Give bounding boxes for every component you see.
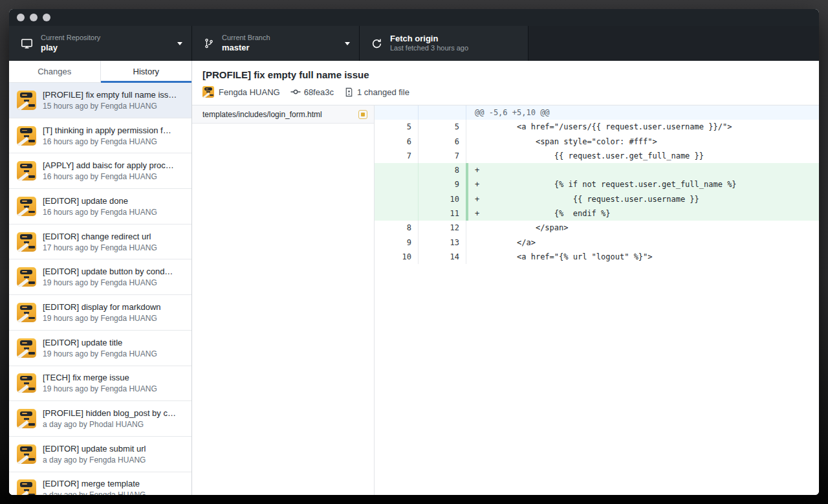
traffic-lights [17, 14, 50, 21]
commit-texts: [EDITOR] display for markdown19 hours ag… [43, 302, 161, 323]
commit-item-title: [TECH] fix merge issue [43, 373, 157, 382]
diff-old-line-number [375, 192, 419, 206]
diff-new-line-number: 9 [419, 177, 466, 192]
commit-item-title: [PROFILE] hidden blog_post by c… [43, 408, 176, 418]
commit-item[interactable]: [PROFILE] hidden blog_post by c…a day ag… [9, 401, 191, 437]
commit-texts: [EDITOR] update button by cond…19 hours … [43, 267, 173, 287]
commit-item[interactable]: [T] thinking in apply permission f…16 ho… [9, 118, 191, 154]
git-branch-icon [204, 38, 214, 49]
commit-item-title: [EDITOR] change redirect url [43, 232, 157, 241]
commit-history-list: [PROFILE] fix empty full name iss…15 hou… [9, 83, 191, 495]
commit-item[interactable]: [EDITOR] update title19 hours ago by Fen… [9, 331, 191, 366]
current-repository-button[interactable]: Current Repository play [9, 26, 192, 61]
diff-old-line-number [375, 177, 419, 192]
titlebar[interactable] [9, 9, 819, 26]
diff-old-line-number: 7 [375, 149, 419, 163]
commit-item-title: [EDITOR] update button by cond… [43, 267, 173, 276]
commit-item-title: [EDITOR] update submit url [43, 444, 146, 454]
avatar [202, 86, 214, 98]
commit-item-meta: 16 hours ago by Fengda HUANG [43, 137, 171, 146]
commit-texts: [APPLY] add baisc for apply proc…16 hour… [43, 160, 174, 181]
diff-row: 8+ [375, 163, 819, 177]
commit-texts: [EDITOR] update submit urla day ago by F… [43, 444, 146, 465]
content: Changes History [PROFILE] fix empty full… [9, 61, 819, 495]
commit-item[interactable]: [EDITOR] display for markdown19 hours ag… [9, 295, 191, 331]
diff-code: <a href="{% url "logout" %}"> [466, 250, 819, 264]
commit-item[interactable]: [EDITOR] merge templatea day ago by Feng… [9, 472, 191, 495]
app-window: Current Repository play Current Branch m… [9, 9, 819, 495]
commit-detail: templates/includes/login_form.html @@ -5… [192, 105, 819, 495]
commit-item[interactable]: [PROFILE] fix empty full name iss…15 hou… [9, 83, 191, 118]
tab-history[interactable]: History [100, 61, 192, 82]
close-button[interactable] [17, 14, 25, 21]
diff-new-line-number: 5 [419, 120, 466, 134]
modified-status-icon [358, 110, 367, 119]
diff-code: </a> [466, 236, 819, 250]
diff-row: 66 <span style="color: #fff"> [375, 135, 819, 149]
commit-item[interactable]: [EDITOR] update button by cond…19 hours … [9, 259, 191, 295]
monitor-icon [21, 38, 33, 50]
branch-name: master [222, 43, 270, 53]
diff-row: 913 </a> [375, 236, 819, 250]
commit-texts: [T] thinking in apply permission f…16 ho… [43, 126, 171, 146]
commit-item[interactable]: [TECH] fix merge issue19 hours ago by Fe… [9, 366, 191, 402]
fetch-title: Fetch origin [390, 34, 468, 44]
diff-new-line-number [419, 105, 466, 120]
avatar [17, 126, 36, 146]
diff-code: <span style="color: #fff"> [466, 135, 819, 149]
diff-new-line-number: 6 [419, 135, 466, 149]
diff-old-line-number: 5 [375, 120, 419, 134]
commit-item-meta: a day ago by Phodal HUANG [43, 420, 176, 429]
commit-item-title: [PROFILE] fix empty full name iss… [43, 90, 177, 100]
diff-code: + {% endif %} [466, 206, 819, 221]
avatar [17, 267, 36, 287]
diff-code: + [466, 163, 819, 177]
diff-old-line-number [375, 105, 419, 120]
sidebar: Changes History [PROFILE] fix empty full… [9, 61, 192, 495]
file-list-item[interactable]: templates/includes/login_form.html [192, 105, 374, 124]
diff-code: + {{ request.user.username }} [466, 192, 819, 206]
diff-row: 9+ {% if not request.user.get_full_name … [375, 177, 819, 192]
avatar [17, 232, 36, 252]
commit-item-title: [APPLY] add baisc for apply proc… [43, 160, 174, 170]
diff-new-line-number: 10 [419, 192, 466, 206]
diff-new-line-number: 12 [419, 221, 466, 235]
diff-new-line-number: 8 [419, 163, 466, 177]
avatar [17, 479, 36, 495]
minimize-button[interactable] [30, 14, 38, 21]
commit-texts: [EDITOR] merge templatea day ago by Feng… [43, 479, 146, 495]
diff-old-line-number [375, 163, 419, 177]
diff-code: </span> [466, 221, 819, 235]
commit-title: [PROFILE] fix empty full name issue [202, 69, 809, 80]
avatar [17, 91, 36, 110]
commit-item[interactable]: [EDITOR] change redirect url17 hours ago… [9, 225, 191, 260]
chevron-down-icon [345, 42, 350, 45]
git-commit-icon [290, 87, 301, 97]
fetch-subtitle: Last fetched 3 hours ago [390, 44, 468, 53]
diff-code: + {% if not request.user.get_full_name %… [466, 177, 819, 192]
commit-item-meta: a day ago by Fengda HUANG [43, 455, 146, 465]
diff-old-line-number [375, 206, 419, 221]
commit-texts: [TECH] fix merge issue19 hours ago by Fe… [43, 373, 157, 393]
avatar [17, 303, 36, 322]
diff-new-line-number: 14 [419, 250, 466, 264]
fetch-origin-button[interactable]: Fetch origin Last fetched 3 hours ago [360, 26, 528, 61]
toolbar-spacer [528, 26, 819, 61]
changed-files-column: templates/includes/login_form.html [192, 105, 375, 495]
avatar [17, 409, 36, 428]
diff-old-line-number: 9 [375, 236, 419, 250]
commit-header: [PROFILE] fix empty full name issue Feng… [192, 61, 819, 105]
commit-texts: [PROFILE] fix empty full name iss…15 hou… [43, 90, 177, 111]
commit-item-meta: 15 hours ago by Fengda HUANG [43, 102, 177, 111]
commit-item[interactable]: [APPLY] add baisc for apply proc…16 hour… [9, 153, 191, 189]
commit-item[interactable]: [EDITOR] update submit urla day ago by F… [9, 437, 191, 472]
zoom-button[interactable] [43, 14, 50, 21]
commit-meta: Fengda HUANG 68fea3c 1 changed file [202, 86, 809, 98]
diff-row: 11+ {% endif %} [375, 206, 819, 221]
commit-sha: 68fea3c [304, 87, 334, 97]
tab-changes[interactable]: Changes [9, 61, 100, 82]
current-branch-button[interactable]: Current Branch master [192, 26, 360, 61]
commit-item-meta: a day ago by Fengda HUANG [43, 490, 146, 495]
commit-item[interactable]: [EDITOR] update done16 hours ago by Feng… [9, 189, 191, 225]
toolbar: Current Repository play Current Branch m… [9, 26, 819, 61]
